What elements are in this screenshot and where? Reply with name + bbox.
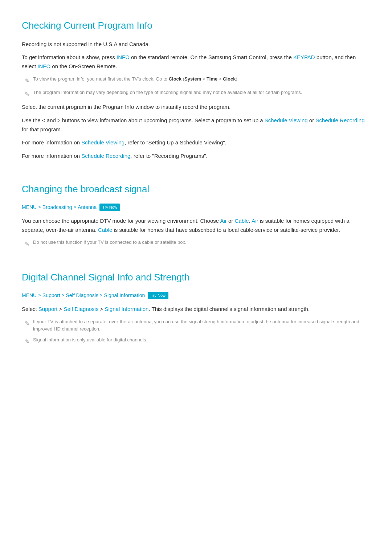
section-checking-current-program: Checking Current Program Info Recording …: [22, 15, 370, 161]
link-schedule-recording-1[interactable]: Schedule Recording: [315, 117, 364, 123]
note-antenna-signal: ✎ If your TV is attached to a separate, …: [25, 318, 370, 333]
pencil-icon-2: ✎: [25, 90, 29, 99]
section-changing-broadcast: Changing the broadcast signal MENU > Bro…: [22, 178, 370, 249]
link-support[interactable]: Support: [38, 306, 58, 312]
nav-path-signal: MENU > Support > Self Diagnosis > Signal…: [22, 291, 370, 299]
section-title-digital: Digital Channel Signal Info and Strength: [22, 266, 370, 285]
link-self-diagnosis[interactable]: Self Diagnosis: [64, 306, 99, 312]
bold-clock: Clock: [169, 76, 181, 82]
link-schedule-viewing-2[interactable]: Schedule Viewing: [81, 139, 124, 145]
nav-arrow-5: >: [100, 292, 103, 299]
pencil-icon-4: ✎: [25, 319, 29, 328]
nav-menu-2: MENU: [22, 291, 37, 299]
note-text-antenna: If your TV is attached to a separate, ov…: [33, 318, 370, 333]
try-now-badge-2[interactable]: Try Now: [148, 292, 168, 300]
nav-arrow-1: >: [38, 204, 41, 211]
highlight-air-2: Air: [252, 218, 258, 224]
section-title-broadcast: Changing the broadcast signal: [22, 178, 370, 197]
note-text-clock: To view the program info, you must first…: [33, 75, 238, 83]
bold-time: Time: [207, 76, 217, 82]
section-digital-channel: Digital Channel Signal Info and Strength…: [22, 266, 370, 346]
note-text-cable: Do not use this function if your TV is c…: [33, 239, 187, 246]
note-text-program: The program information may vary dependi…: [33, 89, 302, 96]
body-text-schedule-viewing: For more information on Schedule Viewing…: [22, 138, 370, 147]
try-now-badge-1[interactable]: Try Now: [99, 204, 120, 212]
body-text-signal: Select Support > Self Diagnosis > Signal…: [22, 305, 370, 314]
body-text-buttons: Use the < and > buttons to view informat…: [22, 116, 370, 134]
nav-signal-info: Signal Information: [104, 291, 145, 299]
body-text-dtv: You can choose the appropriate DTV mode …: [22, 217, 370, 235]
nav-arrow-2: >: [74, 204, 77, 211]
nav-support: Support: [42, 291, 60, 299]
pencil-icon-5: ✎: [25, 337, 29, 346]
nav-arrow-4: >: [62, 292, 65, 299]
highlight-cable-2: Cable: [98, 227, 112, 233]
link-schedule-viewing-1[interactable]: Schedule Viewing: [265, 117, 308, 123]
link-signal-information[interactable]: Signal Information: [105, 306, 149, 312]
note-clock: ✎ To view the program info, you must fir…: [25, 75, 370, 86]
highlight-cable-1: Cable: [234, 218, 249, 224]
nav-arrow-3: >: [38, 292, 41, 299]
nav-self-diagnosis: Self Diagnosis: [66, 291, 98, 299]
nav-path-broadcast: MENU > Broadcasting > Antenna Try Now: [22, 203, 370, 211]
note-text-digital: Signal information is only available for…: [33, 336, 147, 344]
note-program-info: ✎ The program information may vary depen…: [25, 89, 370, 99]
body-text-schedule-recording: For more information on Schedule Recordi…: [22, 152, 370, 161]
nav-antenna: Antenna: [78, 203, 97, 211]
note-cable-box: ✎ Do not use this function if your TV is…: [25, 239, 370, 249]
link-schedule-recording-2[interactable]: Schedule Recording: [81, 153, 130, 159]
highlight-keypad: KEYPAD: [293, 54, 315, 60]
bold-system: System: [184, 76, 201, 82]
note-digital-only: ✎ Signal information is only available f…: [25, 336, 370, 346]
highlight-air-1: Air: [220, 218, 226, 224]
section-title-checking: Checking Current Program Info: [22, 15, 370, 33]
pencil-icon-1: ✎: [25, 76, 29, 86]
highlight-info2: INFO: [37, 63, 50, 69]
body-text-select: Select the current program in the Progra…: [22, 103, 370, 112]
body-text-recording: Recording is not supported in the U.S.A …: [22, 40, 370, 49]
bold-clock2: Clock: [223, 76, 236, 82]
pencil-icon-3: ✎: [25, 239, 29, 249]
nav-menu: MENU: [22, 203, 37, 211]
nav-broadcasting: Broadcasting: [42, 203, 72, 211]
body-text-info: To get information about a show, press I…: [22, 53, 370, 71]
highlight-info: INFO: [117, 54, 130, 60]
